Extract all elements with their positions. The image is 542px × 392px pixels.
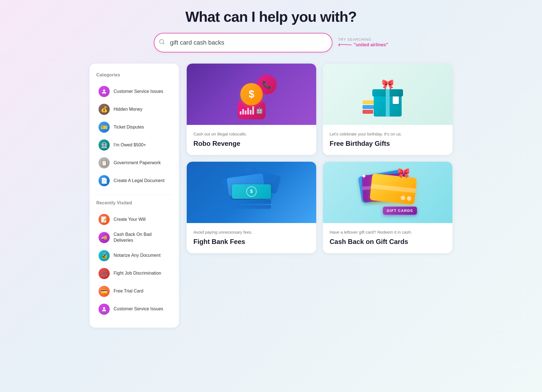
dollar-circle: $ <box>240 83 263 105</box>
sidebar-item-label-create-legal: Create A Legal Document <box>114 178 164 184</box>
search-area: TRY SEARCHING "united airlines" <box>90 33 452 52</box>
sidebar-item-hidden-money[interactable]: 💰 Hidden Money <box>96 101 172 118</box>
sidebar-item-notarize[interactable]: 🔏 Notarize Any Document <box>96 247 172 264</box>
card-title-bank-fees: Fight Bank Fees <box>193 238 310 246</box>
fight-discrimination-icon: ⚖️ <box>99 268 110 279</box>
card-image-gift-cards: 🎀 ✦ ✦ GIFT CARDS <box>323 162 452 223</box>
card-robo-revenge[interactable]: $ 📞 <box>187 64 316 155</box>
card-content-bank-fees: Avoid paying unnecessary fees. Fight Ban… <box>187 223 316 253</box>
notarize-icon: 🔏 <box>99 250 110 261</box>
government-paperwork-icon: 📋 <box>99 157 110 168</box>
sidebar-item-label-customer-service: Customer Service Issues <box>114 89 163 95</box>
sidebar-item-customer-service[interactable]: Customer Service Issues <box>96 83 172 100</box>
content-layout: Categories Customer Service Issues 💰 Hid… <box>90 64 452 328</box>
sidebar-item-fight-discrimination[interactable]: ⚖️ Fight Job Discrimination <box>96 265 172 282</box>
money-pile-container: $ <box>224 170 279 215</box>
ticket-disputes-icon: 🎫 <box>99 122 110 133</box>
customer-service-icon <box>99 86 110 97</box>
sidebar-item-label-owed-500: I'm Owed $500+ <box>114 142 146 148</box>
gift-bow: 🎀 <box>382 79 394 89</box>
customer-service-2-icon <box>99 304 110 315</box>
sidebar-item-label-cash-back-deliveries: Cash Back On Bad Deliveries <box>114 232 170 243</box>
sidebar-item-government-paperwork[interactable]: 📋 Government Paperwork <box>96 154 172 171</box>
sidebar-item-create-will[interactable]: 📝 Create Your Will <box>96 211 172 228</box>
sidebar-item-customer-service-2[interactable]: Customer Service Issues <box>96 301 172 318</box>
sidebar-item-label-ticket-disputes: Ticket Disputes <box>114 124 144 130</box>
sidebar-item-label-free-trial: Free Trial Card <box>114 288 143 294</box>
cash-back-deliveries-icon: 🚚 <box>99 232 110 243</box>
sidebar-item-owed-500[interactable]: 🏦 I'm Owed $500+ <box>96 137 172 153</box>
card-gift-cards[interactable]: 🎀 ✦ ✦ GIFT CARDS Have a leftover gift ca… <box>323 162 452 253</box>
bill-stack: $ <box>232 184 271 209</box>
page-container: What can I help you with? TRY SEARCHING <box>90 8 452 328</box>
free-trial-icon: 💳 <box>99 286 110 297</box>
svg-point-2 <box>103 89 105 91</box>
try-searching-hint: TRY SEARCHING "united airlines" <box>338 37 388 48</box>
sparkle-1: ✦ <box>361 173 366 180</box>
sidebar-item-label-customer-service-2: Customer Service Issues <box>114 306 163 312</box>
bar-chart <box>240 106 254 115</box>
card-image-birthday-gifts: 🎀 <box>323 64 452 125</box>
create-will-icon: 📝 <box>99 214 110 225</box>
gc-bow: 🎀 <box>397 167 410 179</box>
search-wrapper <box>154 33 332 52</box>
gift-cards-container: 🎀 ✦ ✦ GIFT CARDS <box>357 167 418 217</box>
robot-emoji: 🤖 <box>256 107 263 114</box>
card-birthday-gifts[interactable]: 🎀 Let's celebrate your birthday. It's on… <box>323 64 452 155</box>
gc-badge: GIFT CARDS <box>383 207 417 215</box>
recently-visited-title: Recently Visited <box>96 200 172 205</box>
gift-box-main: 🎀 <box>374 93 402 117</box>
card-subtitle-gift-cards: Have a leftover gift card? Redeem it in … <box>330 229 446 235</box>
arrow-hint: "united airlines" <box>338 42 388 48</box>
sidebar-item-free-trial[interactable]: 💳 Free Trial Card <box>96 283 172 300</box>
try-searching-label: TRY SEARCHING <box>338 37 371 42</box>
card-image-bank-fees: $ <box>187 162 316 223</box>
svg-line-1 <box>163 43 164 44</box>
search-icon <box>159 39 165 47</box>
cards-grid: $ 📞 <box>187 64 452 253</box>
card-bank-fees[interactable]: $ Avoid paying unnecessary fees. Fight B… <box>187 162 316 253</box>
sidebar-item-label-government-paperwork: Government Paperwork <box>114 160 161 166</box>
robo-icon-container: $ 📞 <box>229 72 274 117</box>
card-content-robo-revenge: Cash out on illegal robocalls. Robo Reve… <box>187 125 316 155</box>
sidebar-item-cash-back-deliveries[interactable]: 🚚 Cash Back On Bad Deliveries <box>96 229 172 246</box>
sidebar: Categories Customer Service Issues 💰 Hid… <box>90 64 179 328</box>
card-title-robo-revenge: Robo Revenge <box>193 140 310 148</box>
sidebar-item-ticket-disputes[interactable]: 🎫 Ticket Disputes <box>96 119 172 135</box>
gift-box-container: 🎀 <box>360 69 416 119</box>
page-title: What can I help you with? <box>90 8 452 25</box>
sidebar-item-label-hidden-money: Hidden Money <box>114 107 142 112</box>
try-searching-value: "united airlines" <box>354 42 388 47</box>
card-subtitle-bank-fees: Avoid paying unnecessary fees. <box>193 229 310 235</box>
books-stack <box>363 100 375 114</box>
sidebar-item-label-create-will: Create Your Will <box>114 217 146 222</box>
card-image-robo-revenge: $ 📞 <box>187 64 316 125</box>
sidebar-item-label-fight-discrimination: Fight Job Discrimination <box>114 270 161 276</box>
sidebar-item-create-legal[interactable]: 📄 Create A Legal Document <box>96 172 172 189</box>
front-card-dots <box>400 195 411 201</box>
card-subtitle-robo-revenge: Cash out on illegal robocalls. <box>193 131 310 137</box>
hidden-money-icon: 💰 <box>99 104 110 115</box>
owed-500-icon: 🏦 <box>99 139 110 151</box>
svg-point-3 <box>103 307 105 309</box>
card-title-gift-cards: Cash Back on Gift Cards <box>330 238 446 246</box>
create-legal-icon: 📄 <box>99 175 110 186</box>
categories-title: Categories <box>96 72 172 78</box>
header-section: What can I help you with? TRY SEARCHING <box>90 8 452 52</box>
sidebar-divider <box>96 195 172 195</box>
sidebar-item-label-notarize: Notarize Any Document <box>114 253 160 258</box>
card-content-birthday-gifts: Let's celebrate your birthday. It's on u… <box>323 125 452 155</box>
card-content-gift-cards: Have a leftover gift card? Redeem it in … <box>323 223 452 253</box>
search-input[interactable] <box>154 33 332 52</box>
card-subtitle-birthday-gifts: Let's celebrate your birthday. It's on u… <box>330 131 446 137</box>
card-title-birthday-gifts: Free Birthday Gifts <box>330 140 446 148</box>
